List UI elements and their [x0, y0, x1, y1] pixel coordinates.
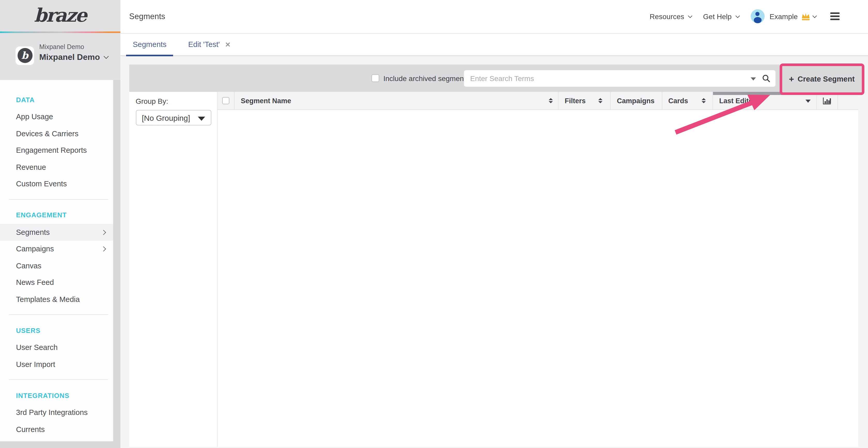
chevron-down-icon — [104, 54, 109, 59]
sort-icon[interactable] — [549, 98, 553, 103]
table-header: Segment Name Filters Campaigns Cards Las… — [218, 92, 858, 110]
column-cards[interactable]: Cards — [662, 92, 713, 109]
tab-bar: Segments Edit 'Test' ✕ — [120, 34, 868, 56]
top-bar-right: Resources Get Help Example — [650, 0, 839, 33]
search-icon[interactable] — [762, 74, 770, 82]
nav-section-users: USERS — [0, 321, 113, 339]
braze-logo: braze — [34, 4, 86, 28]
workspace-name[interactable]: Mixpanel Demo — [39, 53, 108, 62]
group-by-select[interactable]: [No Grouping] — [135, 110, 211, 126]
sidebar-item-user-search[interactable]: User Search — [0, 339, 113, 356]
sidebar-item-campaigns[interactable]: Campaigns — [0, 241, 113, 257]
table-body-empty — [218, 110, 858, 447]
group-by-panel: Group By: [No Grouping] — [129, 92, 218, 447]
sort-icon[interactable] — [702, 98, 706, 103]
chevron-down-icon[interactable] — [813, 14, 817, 18]
chevron-down-icon — [688, 14, 692, 18]
bar-chart-icon — [823, 97, 831, 105]
sidebar-item-currents[interactable]: Currents — [0, 421, 113, 438]
sort-desc-icon[interactable] — [805, 99, 810, 102]
chevron-right-icon — [101, 246, 106, 251]
caret-down-icon — [197, 117, 205, 121]
resources-menu[interactable]: Resources — [650, 12, 692, 21]
brand-header: braze — [0, 0, 120, 32]
column-campaigns[interactable]: Campaigns — [611, 92, 662, 109]
chevron-right-icon — [101, 230, 106, 234]
tab-segments[interactable]: Segments — [126, 34, 173, 55]
crown-icon — [801, 12, 811, 21]
sidebar: braze b Mixpanel Demo Mixpanel Demo DATA… — [0, 0, 120, 448]
sidebar-item-canvas[interactable]: Canvas — [0, 257, 113, 274]
nav-section-engagement: ENGAGEMENT — [0, 206, 113, 224]
sidebar-item-engagement-reports[interactable]: Engagement Reports — [0, 142, 113, 159]
nav-section-integrations: INTEGRATIONS — [0, 387, 113, 404]
search-input[interactable] — [464, 70, 776, 87]
sidebar-item-revenue[interactable]: Revenue — [0, 159, 113, 175]
close-icon[interactable]: ✕ — [225, 40, 231, 48]
nav-divider — [9, 199, 108, 200]
select-all-checkbox[interactable] — [222, 97, 229, 104]
sidebar-item-news-feed[interactable]: News Feed — [0, 274, 113, 291]
main-content: Include archived segments + Create Segme… — [120, 57, 868, 448]
braze-b-icon: b — [17, 48, 32, 63]
include-archived-checkbox[interactable] — [371, 74, 379, 82]
nav-divider — [9, 379, 108, 380]
avatar-person-icon — [755, 12, 760, 16]
username: Example — [770, 12, 798, 21]
avatar[interactable] — [750, 9, 765, 24]
page-title: Segments — [129, 0, 165, 33]
sidebar-item-devices-carriers[interactable]: Devices & Carriers — [0, 125, 113, 142]
include-archived-label: Include archived segments — [383, 74, 469, 82]
sidebar-item-user-import[interactable]: User Import — [0, 356, 113, 373]
column-filters[interactable]: Filters — [559, 92, 611, 109]
caret-down-icon[interactable] — [751, 77, 756, 80]
nav-divider — [9, 314, 108, 315]
sidebar-item-custom-events[interactable]: Custom Events — [0, 175, 113, 192]
workspace-selector[interactable]: b Mixpanel Demo Mixpanel Demo — [0, 33, 120, 80]
top-bar: Segments Resources Get Help Example — [120, 0, 868, 33]
workspace-app-label: Mixpanel Demo — [39, 43, 84, 50]
create-segment-button[interactable]: + Create Segment — [782, 66, 862, 92]
segments-list-card: Group By: [No Grouping] Segment Name Fil… — [129, 92, 858, 447]
segments-toolbar: Include archived segments — [129, 65, 858, 92]
group-by-label: Group By: — [135, 97, 168, 105]
annotation-highlight-box: + Create Segment — [779, 63, 864, 95]
tab-edit-test[interactable]: Edit 'Test' ✕ — [182, 34, 238, 55]
chevron-down-icon — [736, 14, 740, 18]
get-help-menu[interactable]: Get Help — [703, 12, 739, 21]
column-segment-name[interactable]: Segment Name — [235, 92, 559, 109]
sidebar-item-app-usage[interactable]: App Usage — [0, 108, 113, 125]
braze-dashboard: braze b Mixpanel Demo Mixpanel Demo DATA… — [0, 0, 868, 448]
sidebar-item-templates-media[interactable]: Templates & Media — [0, 291, 113, 308]
workspace-app-icon: b — [16, 46, 34, 65]
plus-icon: + — [789, 75, 794, 83]
nav-section-data: DATA — [0, 91, 113, 108]
sidebar-item-3rd-party-integrations[interactable]: 3rd Party Integrations — [0, 404, 113, 421]
sidebar-item-segments[interactable]: Segments — [0, 224, 113, 241]
hamburger-menu-icon[interactable] — [830, 13, 839, 21]
include-archived-control: Include archived segments — [371, 65, 469, 92]
sidebar-nav: DATA App Usage Devices & Carriers Engage… — [0, 80, 113, 441]
sort-icon[interactable] — [598, 98, 602, 103]
search-box — [464, 70, 776, 87]
select-all-cell — [218, 92, 235, 109]
